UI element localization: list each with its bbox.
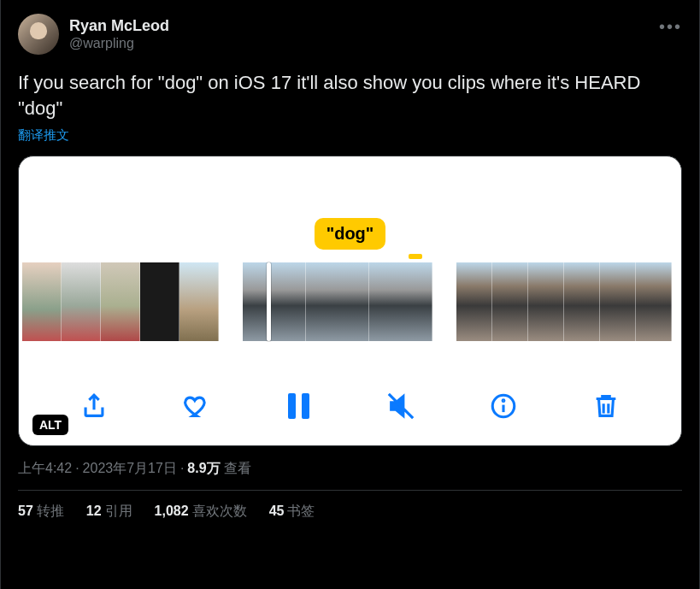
video-frame[interactable]: [636, 262, 672, 341]
search-tooltip-row: "dog": [19, 218, 681, 250]
video-frame[interactable]: [306, 262, 369, 341]
clip-group[interactable]: [22, 262, 219, 341]
video-frame[interactable]: [369, 262, 432, 341]
alt-badge[interactable]: ALT: [32, 415, 68, 435]
likes-label: 喜欢次数: [192, 504, 247, 518]
clip-group[interactable]: [456, 262, 672, 341]
video-frame[interactable]: [564, 262, 600, 341]
info-icon[interactable]: [486, 389, 521, 423]
tooltip-pointer: [409, 254, 422, 259]
stat-bookmarks[interactable]: 45书签: [269, 503, 315, 521]
svg-point-2: [503, 400, 504, 402]
pause-icon[interactable]: [282, 389, 316, 423]
user-names: Ryan McLeod @warpling: [69, 16, 169, 53]
views-count[interactable]: 8.9万: [187, 461, 220, 475]
media-toolbar: [19, 389, 681, 423]
video-frame[interactable]: [140, 262, 179, 341]
translate-link[interactable]: 翻译推文: [18, 127, 682, 144]
heart-icon[interactable]: [179, 389, 214, 423]
quotes-count: 12: [86, 504, 102, 518]
avatar[interactable]: [18, 14, 59, 55]
more-options-icon[interactable]: •••: [659, 14, 682, 37]
display-name[interactable]: Ryan McLeod: [69, 16, 169, 36]
video-frame[interactable]: [600, 262, 636, 341]
tweet-container: Ryan McLeod @warpling ••• If you search …: [0, 0, 700, 589]
quotes-label: 引用: [105, 504, 132, 518]
video-frame[interactable]: [101, 262, 140, 341]
tweet-meta: 上午4:42·2023年7月17日·8.9万 查看: [18, 460, 682, 478]
tweet-stats: 57转推 12引用 1,082喜欢次数 45书签: [18, 491, 682, 521]
video-frame[interactable]: [528, 262, 564, 341]
tweet-header: Ryan McLeod @warpling •••: [18, 14, 682, 55]
media-card[interactable]: "dog": [18, 156, 682, 446]
video-filmstrip[interactable]: [19, 262, 681, 341]
tweet-time[interactable]: 上午4:42: [18, 461, 72, 475]
video-frame[interactable]: [62, 262, 101, 341]
user-handle[interactable]: @warpling: [69, 35, 169, 52]
video-frame[interactable]: [243, 262, 306, 341]
tweet-text: If you search for "dog" on iOS 17 it'll …: [18, 70, 682, 121]
bookmarks-count: 45: [269, 504, 285, 518]
stat-quotes[interactable]: 12引用: [86, 503, 132, 521]
tweet-date[interactable]: 2023年7月17日: [83, 461, 177, 475]
video-frame[interactable]: [22, 262, 62, 341]
stat-likes[interactable]: 1,082喜欢次数: [155, 503, 247, 521]
trash-icon[interactable]: [589, 389, 623, 423]
mute-icon[interactable]: [384, 389, 418, 423]
share-icon[interactable]: [77, 389, 111, 423]
retweets-count: 57: [18, 504, 33, 518]
video-frame[interactable]: [456, 262, 492, 341]
video-frame[interactable]: [492, 262, 528, 341]
stat-retweets[interactable]: 57转推: [18, 503, 64, 521]
playhead[interactable]: [267, 262, 271, 341]
retweets-label: 转推: [37, 504, 64, 518]
user-block[interactable]: Ryan McLeod @warpling: [18, 14, 169, 55]
clip-group[interactable]: [243, 262, 432, 341]
search-tooltip: "dog": [315, 218, 386, 250]
video-frame[interactable]: [179, 262, 219, 341]
bookmarks-label: 书签: [287, 504, 315, 518]
likes-count: 1,082: [155, 504, 189, 518]
views-label: 查看: [224, 461, 251, 475]
